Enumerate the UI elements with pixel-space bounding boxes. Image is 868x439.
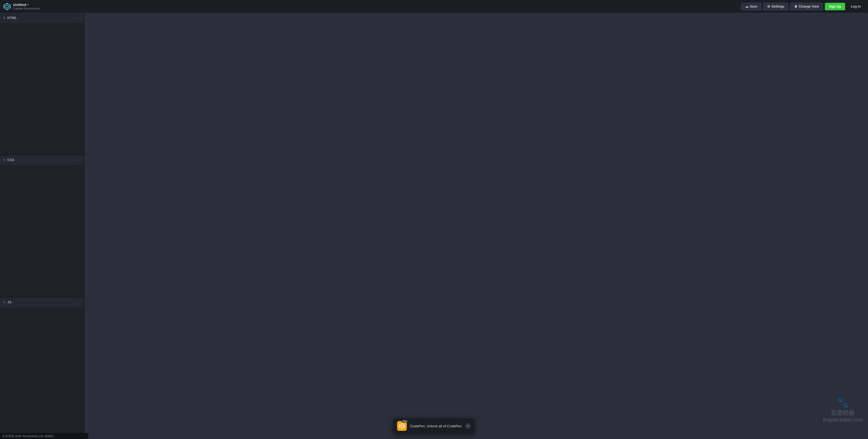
html-editor-section: ⚙ HTML ⌄: [0, 13, 84, 155]
changeview-label: Change View: [799, 5, 819, 8]
svg-marker-1: [5, 5, 9, 8]
title-dropdown-arrow: ▾: [27, 3, 29, 6]
signup-label: Sign Up: [829, 5, 841, 8]
toast-pro-logo: [397, 421, 407, 431]
toast: PRO CodePen: Unlock all of CodePen ✕: [393, 418, 475, 434]
watermark-line1: 百度经验: [823, 409, 863, 417]
js-header-left: ⚙ JS: [3, 301, 12, 304]
svg-marker-9: [401, 425, 403, 427]
watermark: 🐾 百度经验 jingyan.baidu.com: [823, 396, 863, 423]
css-gear-icon[interactable]: ⚙: [3, 158, 6, 162]
css-editor-title: CSS: [7, 158, 14, 162]
css-editor-body[interactable]: [0, 165, 84, 296]
js-chevron-icon: ⌄: [79, 301, 81, 304]
app-header: Untitled ▾ Captain Anonymous ☁ Save ⚙ Se…: [0, 0, 868, 13]
html-chevron-icon: ⌄: [79, 16, 81, 20]
watermark-paw-icon: 🐾: [823, 396, 863, 409]
html-gear-icon[interactable]: ⚙: [3, 16, 6, 20]
toast-logo-wrap: PRO: [397, 421, 407, 431]
toast-close-button[interactable]: ✕: [465, 423, 471, 429]
html-editor-header[interactable]: ⚙ HTML ⌄: [0, 13, 84, 23]
html-editor-body[interactable]: [0, 23, 84, 155]
js-editor-body[interactable]: [0, 307, 84, 439]
css-editor-header[interactable]: ⚙ CSS ⌄: [0, 155, 84, 165]
monitor-icon: 🖥: [794, 5, 797, 8]
logo-area: Untitled ▾ Captain Anonymous: [3, 3, 58, 10]
change-view-button[interactable]: 🖥 Change View: [790, 3, 823, 10]
html-header-left: ⚙ HTML: [3, 16, 17, 20]
watermark-line2: jingyan.baidu.com: [823, 417, 863, 423]
js-gear-icon[interactable]: ⚙: [3, 301, 6, 304]
editor-panel: ⚙ HTML ⌄ ⚙ CSS ⌄ ⚙ JS: [0, 13, 84, 439]
settings-button[interactable]: ⚙ Settings: [763, 3, 788, 10]
close-icon: ✕: [467, 424, 469, 428]
js-editor-title: JS: [7, 301, 12, 304]
settings-gear-icon: ⚙: [767, 5, 770, 8]
pro-badge: PRO: [402, 420, 408, 422]
toast-container: PRO CodePen: Unlock all of CodePen ✕: [393, 418, 475, 434]
js-editor-section: ⚙ JS ⌄: [0, 297, 84, 439]
js-editor-header[interactable]: ⚙ JS ⌄: [0, 297, 84, 307]
pen-title: Untitled ▾: [13, 3, 40, 7]
preview-panel: 🐾 百度经验 jingyan.baidu.com: [84, 13, 868, 439]
save-label: Save: [750, 5, 757, 8]
html-editor-title: HTML: [7, 16, 17, 20]
save-button[interactable]: ☁ Save: [741, 3, 762, 10]
header-actions: ☁ Save ⚙ Settings 🖥 Change View Sign Up …: [741, 3, 865, 10]
status-bar-text: 正在等待 static.filestackapi.com 的响应...: [2, 434, 56, 438]
css-chevron-icon: ⌄: [79, 158, 81, 162]
css-header-left: ⚙ CSS: [3, 158, 14, 162]
cloud-icon: ☁: [745, 5, 748, 8]
login-button[interactable]: Log In: [847, 3, 865, 10]
status-bar: 正在等待 static.filestackapi.com 的响应...: [0, 433, 88, 439]
login-label: Log In: [851, 5, 861, 8]
css-editor-section: ⚙ CSS ⌄: [0, 155, 84, 297]
toast-text: CodePen: Unlock all of CodePen: [410, 424, 462, 428]
signup-button[interactable]: Sign Up: [825, 3, 845, 10]
pen-author: Captain Anonymous: [13, 7, 40, 10]
settings-label: Settings: [772, 5, 784, 8]
codepen-logo-icon: [3, 3, 11, 10]
main-layout: ⚙ HTML ⌄ ⚙ CSS ⌄ ⚙ JS: [0, 13, 868, 439]
title-group: Untitled ▾ Captain Anonymous: [13, 3, 40, 10]
pen-title-text: Untitled: [13, 3, 26, 7]
